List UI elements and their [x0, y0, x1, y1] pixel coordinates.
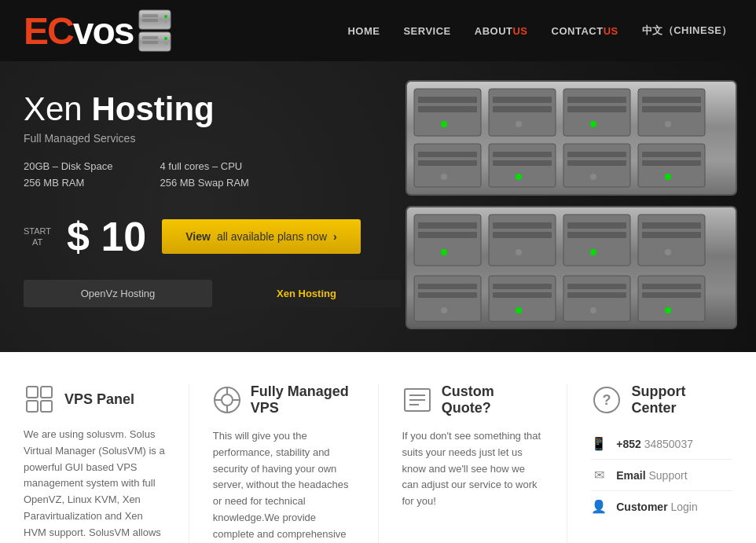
feature-vps-header: VPS Panel: [24, 383, 165, 415]
tab-openvz[interactable]: OpenVz Hosting: [24, 280, 212, 307]
svg-rect-32: [418, 160, 477, 166]
support-phone-item: 📱 +852 34850037: [591, 428, 732, 460]
hero-title-bold: Hosting: [91, 90, 214, 127]
user-icon: 👤: [591, 499, 607, 514]
svg-rect-49: [418, 232, 477, 238]
svg-point-58: [590, 249, 596, 255]
svg-rect-45: [489, 215, 556, 266]
svg-rect-71: [642, 292, 701, 298]
svg-point-40: [516, 174, 522, 180]
feature-quote-header: Custom Quote?: [402, 383, 544, 416]
svg-rect-48: [418, 222, 477, 229]
feature-support-center: ? Support Center 📱 +852 34850037 ✉ Email…: [591, 383, 732, 543]
svg-rect-60: [414, 276, 481, 321]
email-bold: Email: [616, 469, 645, 482]
view-btn-arrow: ›: [333, 230, 337, 243]
svg-rect-52: [567, 222, 626, 229]
svg-point-8: [164, 37, 167, 40]
price-value: 10: [101, 214, 146, 259]
svg-point-9: [164, 42, 167, 45]
svg-point-25: [590, 121, 596, 127]
price-section: STARTAT $ 10 View all available plans no…: [24, 213, 417, 260]
feature-vps-title: VPS Panel: [64, 391, 134, 408]
nav-about-text: ABOUT: [475, 25, 513, 37]
svg-rect-31: [418, 152, 477, 157]
header: ECvos HOME SERVICE: [0, 0, 756, 61]
managed-vps-svg: [213, 386, 241, 414]
nav-chinese[interactable]: 中文（CHINESE）: [642, 24, 732, 38]
feature-quote-title: Custom Quote?: [442, 383, 543, 416]
vps-panel-svg: [25, 385, 53, 413]
svg-rect-55: [642, 232, 701, 238]
nav-about[interactable]: ABOUTUS: [475, 25, 528, 37]
server-rack-icon: [398, 73, 744, 340]
svg-rect-69: [567, 292, 626, 298]
support-center-icon: ?: [591, 384, 622, 416]
customer-text: Login: [671, 501, 698, 513]
spec-swap: 256 MB Swap RAM: [160, 177, 248, 189]
svg-text:?: ?: [602, 392, 611, 408]
svg-rect-68: [567, 284, 626, 289]
svg-rect-50: [493, 222, 552, 229]
hero-subtitle: Full Managed Services: [24, 132, 417, 145]
svg-point-39: [441, 174, 447, 180]
svg-rect-44: [414, 215, 481, 266]
svg-rect-18: [493, 106, 552, 112]
custom-quote-svg: [403, 386, 431, 414]
view-btn-text: all available plans now: [217, 230, 327, 243]
nav-service[interactable]: SERVICE: [403, 25, 450, 37]
svg-rect-36: [567, 160, 626, 166]
svg-point-72: [441, 307, 447, 314]
support-email: Email Support: [616, 469, 687, 482]
svg-rect-53: [567, 232, 626, 238]
feature-managed-vps: Fully Managed VPS This will give you the…: [213, 383, 354, 543]
features-section: VPS Panel We are using solusvm. Solus Vi…: [0, 352, 756, 543]
svg-point-81: [222, 394, 233, 405]
email-text: Support: [649, 469, 688, 482]
svg-rect-62: [563, 276, 630, 321]
divider-1: [189, 383, 189, 543]
feature-support-header: ? Support Center: [591, 383, 732, 416]
feature-custom-quote: Custom Quote? If you don't see something…: [402, 383, 544, 543]
hero-spec-cpu: 4 full cores – CPU 256 MB Swap RAM: [160, 160, 248, 193]
feature-support-title: Support Center: [631, 383, 732, 416]
nav-home[interactable]: HOME: [347, 25, 380, 37]
price-symbol: $: [67, 214, 90, 259]
view-plans-button[interactable]: View all available plans now ›: [162, 219, 360, 254]
email-icon: ✉: [591, 468, 607, 482]
vps-panel-icon: [24, 383, 55, 415]
feature-quote-text: If you don't see something that suits yo…: [402, 428, 544, 510]
svg-rect-7: [142, 41, 158, 44]
support-phone: +852 34850037: [616, 438, 693, 450]
custom-quote-icon: [402, 384, 432, 416]
svg-point-57: [516, 249, 522, 255]
svg-rect-76: [27, 387, 38, 398]
feature-vps-panel: VPS Panel We are using solusvm. Solus Vi…: [24, 383, 165, 543]
svg-rect-34: [493, 160, 552, 166]
svg-point-42: [665, 174, 671, 180]
feature-vps-text: We are using solusvm. Solus Virtual Mana…: [24, 427, 165, 543]
svg-rect-66: [493, 284, 552, 289]
svg-rect-67: [493, 292, 552, 298]
start-at-text: STARTAT: [24, 226, 51, 248]
customer-bold: Customer: [616, 501, 667, 513]
svg-rect-37: [642, 152, 701, 157]
divider-3: [567, 383, 567, 543]
svg-rect-20: [567, 106, 626, 112]
phone-icon: 📱: [591, 436, 607, 451]
support-email-item[interactable]: ✉ Email Support: [591, 460, 732, 491]
svg-rect-3: [142, 19, 158, 22]
svg-point-41: [590, 174, 596, 180]
hero-spec-storage: 20GB – Disk Space 256 MB RAM: [24, 160, 112, 193]
spec-ram: 256 MB RAM: [24, 177, 112, 189]
svg-point-56: [441, 249, 447, 255]
support-login-item[interactable]: 👤 Customer Login: [591, 491, 732, 522]
svg-point-4: [164, 15, 167, 18]
feature-managed-text: This will give you the performance, stab…: [213, 428, 354, 543]
price-display: $ 10: [67, 213, 146, 260]
nav-contact[interactable]: CONTACTUS: [552, 25, 618, 37]
svg-rect-54: [642, 222, 701, 229]
svg-rect-22: [642, 106, 701, 112]
svg-rect-63: [638, 276, 705, 321]
tab-xen[interactable]: Xen Hosting: [212, 280, 401, 307]
